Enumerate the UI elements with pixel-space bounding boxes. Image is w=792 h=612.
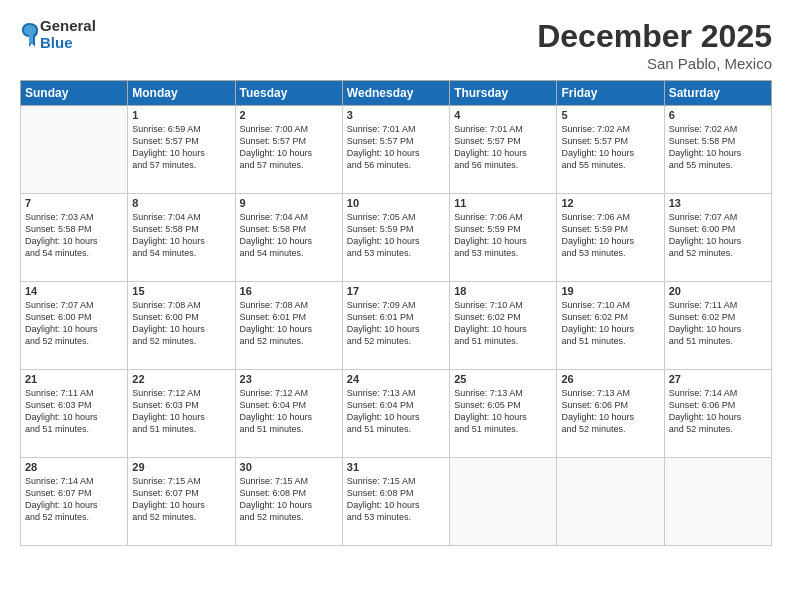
day-number: 3 xyxy=(347,109,445,121)
day-info: Sunrise: 7:08 AMSunset: 6:01 PMDaylight:… xyxy=(240,299,338,348)
day-info: Sunrise: 6:59 AMSunset: 5:57 PMDaylight:… xyxy=(132,123,230,172)
day-info: Sunrise: 7:07 AMSunset: 6:00 PMDaylight:… xyxy=(669,211,767,260)
day-number: 16 xyxy=(240,285,338,297)
calendar-cell: 16Sunrise: 7:08 AMSunset: 6:01 PMDayligh… xyxy=(235,282,342,370)
calendar-cell xyxy=(21,106,128,194)
day-info: Sunrise: 7:15 AMSunset: 6:08 PMDaylight:… xyxy=(347,475,445,524)
logo-general-text: General xyxy=(40,18,96,35)
day-info: Sunrise: 7:11 AMSunset: 6:03 PMDaylight:… xyxy=(25,387,123,436)
day-info: Sunrise: 7:02 AMSunset: 5:57 PMDaylight:… xyxy=(561,123,659,172)
day-number: 28 xyxy=(25,461,123,473)
day-number: 5 xyxy=(561,109,659,121)
day-number: 6 xyxy=(669,109,767,121)
weekday-header-monday: Monday xyxy=(128,81,235,106)
calendar-cell: 12Sunrise: 7:06 AMSunset: 5:59 PMDayligh… xyxy=(557,194,664,282)
day-number: 20 xyxy=(669,285,767,297)
calendar-cell: 6Sunrise: 7:02 AMSunset: 5:58 PMDaylight… xyxy=(664,106,771,194)
page: General Blue December 2025 San Pablo, Me… xyxy=(0,0,792,612)
calendar-cell: 31Sunrise: 7:15 AMSunset: 6:08 PMDayligh… xyxy=(342,458,449,546)
title-block: December 2025 San Pablo, Mexico xyxy=(537,18,772,72)
day-number: 26 xyxy=(561,373,659,385)
calendar-cell: 24Sunrise: 7:13 AMSunset: 6:04 PMDayligh… xyxy=(342,370,449,458)
day-number: 18 xyxy=(454,285,552,297)
calendar-cell xyxy=(557,458,664,546)
calendar-cell: 28Sunrise: 7:14 AMSunset: 6:07 PMDayligh… xyxy=(21,458,128,546)
calendar-cell: 27Sunrise: 7:14 AMSunset: 6:06 PMDayligh… xyxy=(664,370,771,458)
calendar-cell: 19Sunrise: 7:10 AMSunset: 6:02 PMDayligh… xyxy=(557,282,664,370)
day-number: 27 xyxy=(669,373,767,385)
weekday-header-wednesday: Wednesday xyxy=(342,81,449,106)
header: General Blue December 2025 San Pablo, Me… xyxy=(20,18,772,72)
week-row-5: 28Sunrise: 7:14 AMSunset: 6:07 PMDayligh… xyxy=(21,458,772,546)
logo-blue-text: Blue xyxy=(40,35,96,52)
weekday-header-row: SundayMondayTuesdayWednesdayThursdayFrid… xyxy=(21,81,772,106)
day-info: Sunrise: 7:12 AMSunset: 6:03 PMDaylight:… xyxy=(132,387,230,436)
day-info: Sunrise: 7:04 AMSunset: 5:58 PMDaylight:… xyxy=(132,211,230,260)
day-info: Sunrise: 7:14 AMSunset: 6:07 PMDaylight:… xyxy=(25,475,123,524)
day-number: 31 xyxy=(347,461,445,473)
day-info: Sunrise: 7:05 AMSunset: 5:59 PMDaylight:… xyxy=(347,211,445,260)
calendar-cell: 30Sunrise: 7:15 AMSunset: 6:08 PMDayligh… xyxy=(235,458,342,546)
weekday-header-friday: Friday xyxy=(557,81,664,106)
day-number: 22 xyxy=(132,373,230,385)
calendar-cell: 1Sunrise: 6:59 AMSunset: 5:57 PMDaylight… xyxy=(128,106,235,194)
day-number: 8 xyxy=(132,197,230,209)
calendar-cell: 21Sunrise: 7:11 AMSunset: 6:03 PMDayligh… xyxy=(21,370,128,458)
day-number: 10 xyxy=(347,197,445,209)
calendar-cell: 23Sunrise: 7:12 AMSunset: 6:04 PMDayligh… xyxy=(235,370,342,458)
day-info: Sunrise: 7:15 AMSunset: 6:08 PMDaylight:… xyxy=(240,475,338,524)
day-info: Sunrise: 7:08 AMSunset: 6:00 PMDaylight:… xyxy=(132,299,230,348)
day-number: 24 xyxy=(347,373,445,385)
weekday-header-tuesday: Tuesday xyxy=(235,81,342,106)
day-number: 17 xyxy=(347,285,445,297)
calendar-cell: 2Sunrise: 7:00 AMSunset: 5:57 PMDaylight… xyxy=(235,106,342,194)
calendar-cell: 29Sunrise: 7:15 AMSunset: 6:07 PMDayligh… xyxy=(128,458,235,546)
day-number: 1 xyxy=(132,109,230,121)
day-number: 9 xyxy=(240,197,338,209)
week-row-2: 7Sunrise: 7:03 AMSunset: 5:58 PMDaylight… xyxy=(21,194,772,282)
day-info: Sunrise: 7:01 AMSunset: 5:57 PMDaylight:… xyxy=(347,123,445,172)
week-row-1: 1Sunrise: 6:59 AMSunset: 5:57 PMDaylight… xyxy=(21,106,772,194)
calendar-cell: 26Sunrise: 7:13 AMSunset: 6:06 PMDayligh… xyxy=(557,370,664,458)
day-number: 4 xyxy=(454,109,552,121)
day-info: Sunrise: 7:14 AMSunset: 6:06 PMDaylight:… xyxy=(669,387,767,436)
logo-icon xyxy=(20,21,38,49)
day-info: Sunrise: 7:10 AMSunset: 6:02 PMDaylight:… xyxy=(561,299,659,348)
calendar-cell: 22Sunrise: 7:12 AMSunset: 6:03 PMDayligh… xyxy=(128,370,235,458)
calendar-cell: 13Sunrise: 7:07 AMSunset: 6:00 PMDayligh… xyxy=(664,194,771,282)
calendar-cell: 3Sunrise: 7:01 AMSunset: 5:57 PMDaylight… xyxy=(342,106,449,194)
day-number: 2 xyxy=(240,109,338,121)
day-info: Sunrise: 7:15 AMSunset: 6:07 PMDaylight:… xyxy=(132,475,230,524)
logo-text: General Blue xyxy=(40,18,96,51)
day-info: Sunrise: 7:07 AMSunset: 6:00 PMDaylight:… xyxy=(25,299,123,348)
day-number: 7 xyxy=(25,197,123,209)
calendar-cell: 5Sunrise: 7:02 AMSunset: 5:57 PMDaylight… xyxy=(557,106,664,194)
calendar-cell xyxy=(450,458,557,546)
calendar-cell: 25Sunrise: 7:13 AMSunset: 6:05 PMDayligh… xyxy=(450,370,557,458)
week-row-3: 14Sunrise: 7:07 AMSunset: 6:00 PMDayligh… xyxy=(21,282,772,370)
day-info: Sunrise: 7:12 AMSunset: 6:04 PMDaylight:… xyxy=(240,387,338,436)
day-info: Sunrise: 7:13 AMSunset: 6:06 PMDaylight:… xyxy=(561,387,659,436)
day-info: Sunrise: 7:00 AMSunset: 5:57 PMDaylight:… xyxy=(240,123,338,172)
day-number: 14 xyxy=(25,285,123,297)
day-info: Sunrise: 7:06 AMSunset: 5:59 PMDaylight:… xyxy=(454,211,552,260)
day-info: Sunrise: 7:04 AMSunset: 5:58 PMDaylight:… xyxy=(240,211,338,260)
day-info: Sunrise: 7:03 AMSunset: 5:58 PMDaylight:… xyxy=(25,211,123,260)
day-info: Sunrise: 7:01 AMSunset: 5:57 PMDaylight:… xyxy=(454,123,552,172)
calendar: SundayMondayTuesdayWednesdayThursdayFrid… xyxy=(20,80,772,546)
day-number: 21 xyxy=(25,373,123,385)
day-info: Sunrise: 7:13 AMSunset: 6:04 PMDaylight:… xyxy=(347,387,445,436)
day-info: Sunrise: 7:06 AMSunset: 5:59 PMDaylight:… xyxy=(561,211,659,260)
day-number: 23 xyxy=(240,373,338,385)
calendar-cell: 11Sunrise: 7:06 AMSunset: 5:59 PMDayligh… xyxy=(450,194,557,282)
calendar-cell: 4Sunrise: 7:01 AMSunset: 5:57 PMDaylight… xyxy=(450,106,557,194)
day-info: Sunrise: 7:13 AMSunset: 6:05 PMDaylight:… xyxy=(454,387,552,436)
day-number: 15 xyxy=(132,285,230,297)
day-number: 19 xyxy=(561,285,659,297)
calendar-cell: 14Sunrise: 7:07 AMSunset: 6:00 PMDayligh… xyxy=(21,282,128,370)
day-info: Sunrise: 7:11 AMSunset: 6:02 PMDaylight:… xyxy=(669,299,767,348)
location: San Pablo, Mexico xyxy=(537,55,772,72)
calendar-cell: 7Sunrise: 7:03 AMSunset: 5:58 PMDaylight… xyxy=(21,194,128,282)
day-number: 25 xyxy=(454,373,552,385)
day-info: Sunrise: 7:02 AMSunset: 5:58 PMDaylight:… xyxy=(669,123,767,172)
